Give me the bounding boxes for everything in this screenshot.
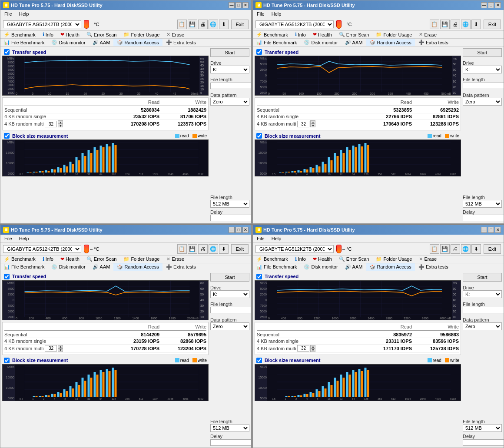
maximize-btn-4[interactable]: □	[488, 227, 494, 233]
errorscan-tab-1[interactable]: 🔍 Error Scan	[83, 31, 120, 38]
spinner-down-3[interactable]: ▼	[58, 348, 63, 352]
aam-tab-1[interactable]: 🔊 AAM	[89, 39, 114, 46]
aam-tab-2[interactable]: 🔊 AAM	[342, 39, 366, 46]
help-menu-4[interactable]: Help	[270, 236, 283, 242]
datapattern-select-2[interactable]: Zero	[463, 98, 502, 106]
errorscan-tab-3[interactable]: 🔍 Error Scan	[83, 256, 120, 263]
spinner-down-1[interactable]: ▼	[58, 124, 63, 127]
close-btn-3[interactable]: ✕	[242, 227, 249, 233]
file-menu-1[interactable]: File	[3, 11, 13, 17]
diskmonitor-tab-4[interactable]: 💿 Disk monitor	[300, 263, 341, 271]
bs-delay-input-2[interactable]	[463, 215, 504, 221]
folderusage-tab-3[interactable]: 📁 Folder Usage	[120, 256, 163, 263]
benchmark-tab-4[interactable]: ⚡ Benchmark	[253, 256, 292, 263]
transfer-checkbox-1[interactable]	[4, 49, 10, 55]
toolbar-icon-c-3[interactable]: 🖨	[198, 244, 208, 254]
start-btn-4[interactable]: Start	[463, 273, 502, 282]
errorscan-tab-2[interactable]: 🔍 Error Scan	[335, 31, 373, 38]
multi-spinner-input-4[interactable]	[297, 345, 309, 352]
toolbar-icon-b-1[interactable]: 💾	[188, 20, 197, 29]
start-btn-3[interactable]: Start	[210, 273, 249, 282]
start-btn-2[interactable]: Start	[463, 48, 502, 57]
errorscan-tab-4[interactable]: 🔍 Error Scan	[335, 256, 373, 263]
filelength-input-4[interactable]	[463, 307, 504, 313]
filelength-input-1[interactable]	[210, 83, 251, 89]
spinner-up-2[interactable]: ▲	[310, 120, 315, 124]
health-tab-1[interactable]: ❤ Health	[57, 31, 83, 38]
extratests-tab-1[interactable]: ➕ Extra tests	[162, 39, 199, 46]
spinner-up-3[interactable]: ▲	[58, 345, 63, 348]
close-btn-2[interactable]: ✕	[495, 2, 501, 8]
bs-filelength-select-1[interactable]: 512 MB	[210, 200, 249, 208]
toolbar-icon-a-2[interactable]: 📋	[430, 20, 439, 29]
multi-spinner-2[interactable]: ▲ ▼	[297, 120, 315, 127]
toolbar-icon-e-1[interactable]: ⬇	[219, 20, 229, 29]
diskmonitor-tab-1[interactable]: 💿 Disk monitor	[48, 39, 89, 46]
transfer-checkbox-2[interactable]	[256, 49, 262, 55]
multi-spinner-3[interactable]: ▲ ▼	[45, 345, 63, 352]
multi-spinner-4[interactable]: ▲ ▼	[297, 345, 315, 352]
device-select-4[interactable]: GIGABYTE AG512K2TB (2000 gB)	[255, 245, 334, 253]
minimize-btn-2[interactable]: —	[481, 2, 487, 8]
bs-delay-input-1[interactable]	[210, 215, 251, 221]
health-tab-3[interactable]: ❤ Health	[57, 256, 83, 263]
bs-filelength-select-2[interactable]: 512 MB	[463, 200, 502, 208]
info-tab-2[interactable]: ℹ Info	[292, 31, 309, 38]
filebenchmark-tab-4[interactable]: 📊 File Benchmark	[253, 263, 300, 271]
filebenchmark-tab-3[interactable]: 📊 File Benchmark	[0, 263, 48, 271]
blocksize-checkbox-1[interactable]	[4, 133, 10, 139]
bs-delay-input-3[interactable]	[210, 439, 251, 446]
toolbar-icon-d-4[interactable]: 🌐	[461, 244, 471, 254]
toolbar-icon-d-1[interactable]: 🌐	[209, 20, 218, 29]
bs-delay-input-4[interactable]	[463, 439, 504, 446]
exit-btn-1[interactable]: Exit	[231, 20, 249, 29]
toolbar-icon-e-4[interactable]: ⬇	[471, 244, 481, 254]
toolbar-icon-b-3[interactable]: 💾	[188, 244, 197, 254]
toolbar-icon-a-1[interactable]: 📋	[177, 20, 187, 29]
extratests-tab-3[interactable]: ➕ Extra tests	[162, 263, 199, 271]
info-tab-3[interactable]: ℹ Info	[39, 256, 57, 263]
aam-tab-3[interactable]: 🔊 AAM	[89, 263, 114, 271]
benchmark-tab-2[interactable]: ⚡ Benchmark	[253, 31, 292, 38]
maximize-btn-3[interactable]: □	[235, 227, 242, 233]
diskmonitor-tab-3[interactable]: 💿 Disk monitor	[48, 263, 89, 271]
multi-spinner-1[interactable]: ▲ ▼	[45, 120, 63, 127]
datapattern-select-4[interactable]: Zero	[463, 322, 502, 330]
multi-spinner-input-1[interactable]	[45, 121, 57, 127]
folderusage-tab-2[interactable]: 📁 Folder Usage	[372, 31, 415, 38]
device-select-1[interactable]: GIGABYTE AG512K2TB (2000 gB)	[3, 20, 81, 28]
toolbar-icon-d-3[interactable]: 🌐	[209, 244, 218, 254]
file-menu-3[interactable]: File	[3, 236, 13, 242]
toolbar-icon-c-1[interactable]: 🖨	[198, 20, 208, 29]
benchmark-tab-3[interactable]: ⚡ Benchmark	[0, 256, 39, 263]
spinner-down-2[interactable]: ▼	[310, 124, 315, 127]
bs-filelength-select-4[interactable]: 512 MB	[463, 424, 502, 432]
filebenchmark-tab-2[interactable]: 📊 File Benchmark	[253, 39, 300, 46]
exit-btn-3[interactable]: Exit	[231, 244, 249, 254]
drive-select-2[interactable]: K:	[463, 66, 502, 73]
toolbar-icon-a-3[interactable]: 📋	[177, 244, 187, 254]
toolbar-icon-b-2[interactable]: 💾	[440, 20, 450, 29]
maximize-btn-1[interactable]: □	[235, 2, 242, 8]
folderusage-tab-1[interactable]: 📁 Folder Usage	[120, 31, 163, 38]
toolbar-icon-e-2[interactable]: ⬇	[471, 20, 481, 29]
close-btn-1[interactable]: ✕	[242, 2, 249, 8]
randomaccess-tab-4[interactable]: 🎲 Random Access	[366, 263, 414, 271]
toolbar-icon-a-4[interactable]: 📋	[430, 244, 439, 254]
extratests-tab-2[interactable]: ➕ Extra tests	[415, 39, 452, 46]
help-menu-1[interactable]: Help	[18, 11, 30, 17]
minimize-btn-3[interactable]: —	[229, 227, 235, 233]
extratests-tab-4[interactable]: ➕ Extra tests	[415, 263, 452, 271]
help-menu-2[interactable]: Help	[270, 11, 283, 17]
drive-select-1[interactable]: K:	[210, 66, 249, 73]
blocksize-checkbox-4[interactable]	[256, 358, 262, 363]
erase-tab-4[interactable]: ✕ Erase	[415, 256, 440, 263]
erase-tab-1[interactable]: ✕ Erase	[163, 31, 188, 38]
device-select-2[interactable]: GIGABYTE AG512K2TB (2000 gB)	[255, 20, 334, 28]
filelength-input-3[interactable]	[210, 307, 251, 313]
erase-tab-2[interactable]: ✕ Erase	[415, 31, 440, 38]
exit-btn-2[interactable]: Exit	[484, 20, 501, 29]
multi-spinner-input-2[interactable]	[297, 121, 309, 127]
toolbar-icon-d-2[interactable]: 🌐	[461, 20, 471, 29]
drive-select-4[interactable]: K:	[463, 290, 502, 298]
